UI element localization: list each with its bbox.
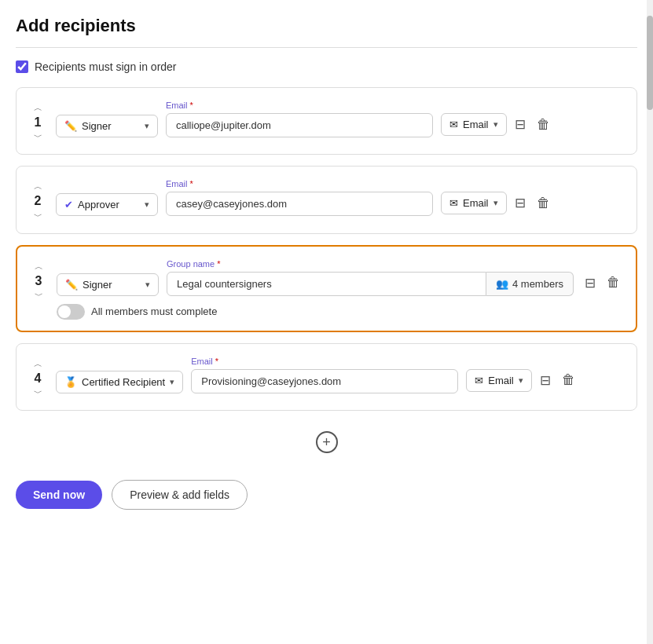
delivery-select-2[interactable]: ✉ Email ▾ [441,192,507,214]
chevron-down-4[interactable]: ﹀ [32,387,44,399]
card-body-1: ✏️ Signer ▾ Email * ✉ Email ▾ ⊟ 🗑 [56,99,624,137]
role-chevron-1: ▾ [145,121,149,131]
card-actions-3: ⊟ 🗑 [581,272,623,296]
role-select-1[interactable]: ✏️ Signer ▾ [56,115,158,137]
email-input-4[interactable] [191,369,458,393]
card-actions-2: ✉ Email ▾ ⊟ 🗑 [441,192,553,216]
order-col-1: ︿ 1 ﹀ [29,99,46,143]
email-delivery-icon-2: ✉ [449,197,458,209]
settings-btn-3[interactable]: ⊟ [581,272,599,295]
chevron-down-1[interactable]: ﹀ [32,131,44,143]
add-circle-icon: + [316,431,338,453]
email-label-1: Email * [166,101,433,110]
delivery-chevron-4: ▾ [519,375,523,386]
delivery-select-1[interactable]: ✉ Email ▾ [441,113,507,136]
preview-button[interactable]: Preview & add fields [112,480,248,510]
chevron-up-4[interactable]: ︿ [32,358,44,370]
delivery-label-1: Email [463,119,489,130]
chevron-up-1[interactable]: ︿ [32,102,44,114]
delete-btn-2[interactable]: 🗑 [534,192,553,214]
cert-icon-4: 🏅 [64,376,77,388]
scrollbar[interactable] [647,0,653,644]
role-chevron-4: ▾ [170,377,174,387]
all-members-toggle-3[interactable] [57,304,85,320]
card-row-2: ✔ Approver ▾ Email * ✉ Email ▾ ⊟ 🗑 [56,177,624,216]
order-num-1: 1 [35,114,42,131]
role-label-1: Signer [82,120,112,132]
plus-icon: + [322,434,331,451]
card-body-2: ✔ Approver ▾ Email * ✉ Email ▾ ⊟ 🗑 [56,177,624,216]
role-group-4: 🏅 Certified Recipient ▾ [56,355,183,393]
email-input-1[interactable] [166,113,433,137]
recipient-card-1: ︿ 1 ﹀ ✏️ Signer ▾ Email * ✉ [16,87,637,155]
email-label-2: Email * [166,179,433,188]
delete-btn-1[interactable]: 🗑 [534,114,553,136]
role-group-1: ✏️ Signer ▾ [56,99,158,137]
order-col-3: ︿ 3 ﹀ [30,258,47,302]
card-body-3: ✏️ Signer ▾ Group name * 👥 4 members [57,258,623,320]
delivery-select-4[interactable]: ✉ Email ▾ [466,369,532,392]
members-badge-3[interactable]: 👥 4 members [486,272,574,296]
email-group-4: Email * [191,357,458,393]
approver-icon-2: ✔ [64,199,73,210]
group-name-group-3: Group name * 👥 4 members [167,259,574,296]
role-select-2[interactable]: ✔ Approver ▾ [56,193,158,216]
scrollbar-thumb[interactable] [647,16,653,110]
email-group-2: Email * [166,179,433,216]
email-group-1: Email * [166,101,433,137]
signer-icon-1: ✏️ [64,120,77,132]
order-num-4: 4 [35,370,42,387]
group-name-input-wrapper: 👥 4 members [167,272,574,296]
sign-order-checkbox[interactable] [16,60,28,73]
group-name-input-3[interactable] [167,272,486,296]
delivery-label-4: Email [488,375,514,386]
sign-order-label: Recipients must sign in order [35,60,177,73]
recipient-card-4: ︿ 4 ﹀ 🏅 Certified Recipient ▾ Email * [16,343,637,411]
role-chevron-2: ▾ [145,199,149,210]
settings-btn-4[interactable]: ⊟ [537,369,554,392]
members-count-3: 4 members [512,278,563,290]
delete-btn-3[interactable]: 🗑 [603,272,623,294]
divider [16,47,637,48]
role-select-4[interactable]: 🏅 Certified Recipient ▾ [56,371,183,393]
card-actions-4: ✉ Email ▾ ⊟ 🗑 [466,369,578,393]
role-label-3: Signer [83,279,112,291]
recipient-card-3: ︿ 3 ﹀ ✏️ Signer ▾ Group name * � [16,245,637,332]
order-col-4: ︿ 4 ﹀ [29,355,46,399]
role-select-3[interactable]: ✏️ Signer ▾ [57,273,159,296]
order-num-2: 2 [35,192,42,210]
signer-icon-3: ✏️ [65,279,78,291]
email-delivery-icon-4: ✉ [475,375,483,386]
all-members-row-3: All members must complete [57,304,623,320]
card-row-1: ✏️ Signer ▾ Email * ✉ Email ▾ ⊟ 🗑 [56,99,624,137]
role-chevron-3: ▾ [145,280,150,290]
sign-order-row: Recipients must sign in order [16,60,637,73]
email-delivery-icon-1: ✉ [449,119,458,130]
role-group-3: ✏️ Signer ▾ [57,258,159,296]
delete-btn-4[interactable]: 🗑 [559,369,578,391]
settings-btn-1[interactable]: ⊟ [512,113,529,136]
add-recipient-button[interactable]: + [16,422,637,463]
settings-btn-2[interactable]: ⊟ [512,192,529,214]
chevron-up-2[interactable]: ︿ [32,181,44,192]
email-input-2[interactable] [166,192,433,216]
email-label-4: Email * [191,357,458,366]
delivery-chevron-1: ▾ [493,119,498,130]
order-num-3: 3 [35,273,42,290]
role-label-4: Certified Recipient [82,376,165,388]
chevron-down-3[interactable]: ﹀ [33,290,45,302]
send-now-button[interactable]: Send now [16,481,102,509]
card-row-4: 🏅 Certified Recipient ▾ Email * ✉ Email … [56,355,624,393]
role-label-2: Approver [78,199,119,210]
group-name-label-3: Group name * [167,259,574,269]
card-actions-1: ✉ Email ▾ ⊟ 🗑 [441,113,553,137]
role-group-2: ✔ Approver ▾ [56,177,158,216]
bottom-bar: Send now Preview & add fields [16,470,637,510]
chevron-down-2[interactable]: ﹀ [32,210,44,222]
delivery-label-2: Email [463,197,489,209]
recipient-card-2: ︿ 2 ﹀ ✔ Approver ▾ Email * ✉ [16,166,637,233]
people-icon-3: 👥 [496,278,508,290]
all-members-label-3: All members must complete [91,306,217,317]
chevron-up-3[interactable]: ︿ [33,261,45,273]
card-body-4: 🏅 Certified Recipient ▾ Email * ✉ Email … [56,355,624,393]
